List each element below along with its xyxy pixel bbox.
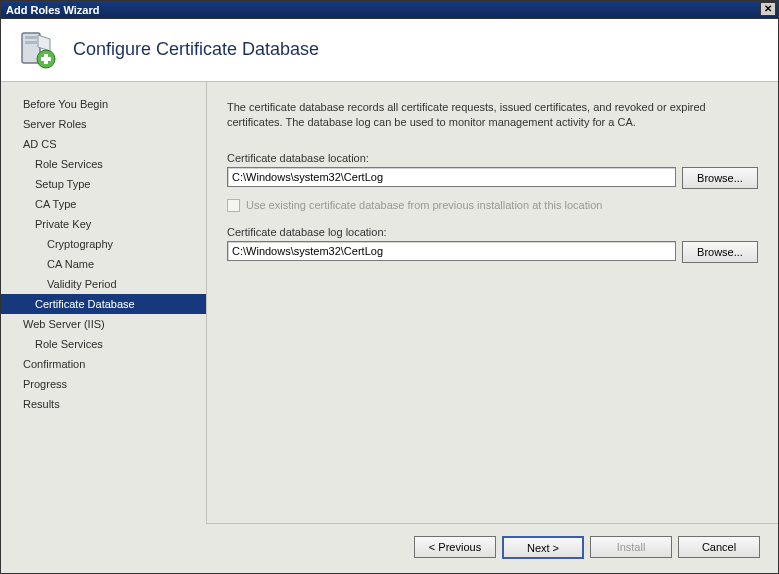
db-location-row: Browse... (227, 167, 758, 189)
sidebar-item-ca-name[interactable]: CA Name (1, 254, 206, 274)
sidebar-item-web-server-iis[interactable]: Web Server (IIS) (1, 314, 206, 334)
svg-rect-5 (41, 57, 51, 61)
sidebar-item-ad-cs[interactable]: AD CS (1, 134, 206, 154)
sidebar-item-setup-type[interactable]: Setup Type (1, 174, 206, 194)
sidebar-item-confirmation[interactable]: Confirmation (1, 354, 206, 374)
sidebar-item-iis-role-services[interactable]: Role Services (1, 334, 206, 354)
browse-db-button[interactable]: Browse... (682, 167, 758, 189)
use-existing-row: Use existing certificate database from p… (227, 199, 758, 212)
install-button: Install (590, 536, 672, 558)
sidebar-item-results[interactable]: Results (1, 394, 206, 414)
use-existing-checkbox (227, 199, 240, 212)
sidebar-item-certificate-database[interactable]: Certificate Database (1, 294, 206, 314)
window-title: Add Roles Wizard (6, 1, 99, 18)
server-add-icon (16, 29, 58, 69)
sidebar-item-cryptography[interactable]: Cryptography (1, 234, 206, 254)
wizard-sidebar: Before You Begin Server Roles AD CS Role… (1, 82, 206, 524)
description-text: The certificate database records all cer… (227, 100, 758, 130)
use-existing-label: Use existing certificate database from p… (246, 199, 602, 211)
sidebar-item-progress[interactable]: Progress (1, 374, 206, 394)
db-location-label: Certificate database location: (227, 152, 758, 164)
sidebar-item-server-roles[interactable]: Server Roles (1, 114, 206, 134)
log-location-row: Browse... (227, 241, 758, 263)
log-location-label: Certificate database log location: (227, 226, 758, 238)
svg-rect-1 (25, 36, 37, 39)
sidebar-item-validity-period[interactable]: Validity Period (1, 274, 206, 294)
sidebar-item-ca-type[interactable]: CA Type (1, 194, 206, 214)
db-location-input[interactable] (227, 167, 676, 187)
log-location-input[interactable] (227, 241, 676, 261)
sidebar-item-role-services[interactable]: Role Services (1, 154, 206, 174)
wizard-footer: < Previous Next > Install Cancel (1, 524, 778, 573)
window-body: Configure Certificate Database Before Yo… (0, 19, 779, 574)
wizard-header: Configure Certificate Database (1, 19, 778, 82)
previous-button[interactable]: < Previous (414, 536, 496, 558)
browse-log-button[interactable]: Browse... (682, 241, 758, 263)
svg-rect-2 (25, 41, 37, 44)
next-button[interactable]: Next > (502, 536, 584, 559)
content-row: Before You Begin Server Roles AD CS Role… (1, 82, 778, 524)
title-bar: Add Roles Wizard ✕ (0, 0, 779, 19)
main-panel: The certificate database records all cer… (206, 82, 778, 524)
sidebar-item-private-key[interactable]: Private Key (1, 214, 206, 234)
close-icon[interactable]: ✕ (760, 2, 776, 16)
cancel-button[interactable]: Cancel (678, 536, 760, 558)
sidebar-item-before-you-begin[interactable]: Before You Begin (1, 94, 206, 114)
page-title: Configure Certificate Database (73, 39, 319, 60)
